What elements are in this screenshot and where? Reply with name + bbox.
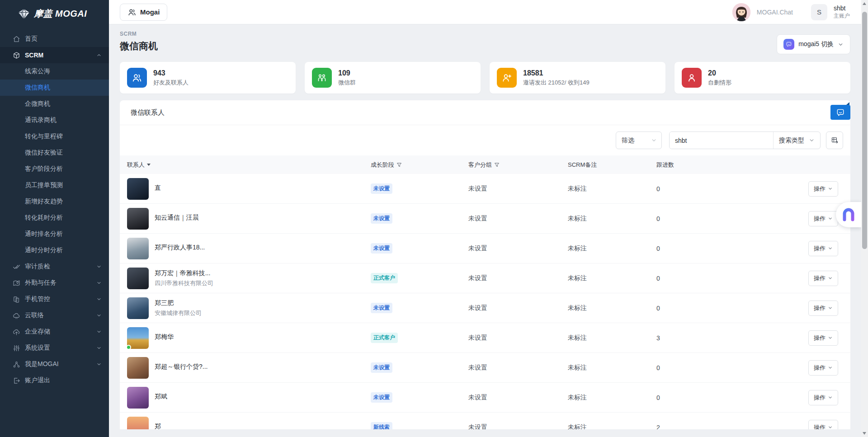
chevron-down-icon xyxy=(828,276,833,281)
contact-avatar xyxy=(127,387,149,409)
contact-avatar xyxy=(127,357,149,379)
scrollbar-thumb[interactable] xyxy=(862,12,867,249)
sidebar-item-call-hourly-analysis[interactable]: 通时分时分析 xyxy=(0,242,109,258)
contact-cell[interactable]: 郑超～银行个贷?... xyxy=(127,357,371,379)
search-input[interactable] xyxy=(670,132,773,149)
action-button[interactable]: 操作 xyxy=(808,390,838,405)
group-value: 未设置 xyxy=(468,423,568,430)
contact-cell[interactable]: 郑三肥 安徽城律有限公司 xyxy=(127,297,371,319)
remark-value: 未标注 xyxy=(568,394,656,402)
group-value: 未设置 xyxy=(468,185,568,193)
sidebar-item-scrm[interactable]: SCRM xyxy=(0,47,109,63)
contact-cell[interactable]: 郑斌 xyxy=(127,387,371,409)
sidebar-item-label: 新增好友趋势 xyxy=(25,197,102,206)
sidebar-item-wechat-opportunity[interactable]: 微信商机 xyxy=(0,80,109,96)
contact-cell[interactable]: 郑严行政人事18... xyxy=(127,238,371,259)
sidebar-item-audit-qc[interactable]: 审计质检 xyxy=(0,258,109,275)
sidebar-item-conversion-milestone[interactable]: 转化与里程碑 xyxy=(0,128,109,145)
stage-badge: 未设置 xyxy=(371,183,392,194)
chevron-down-icon xyxy=(828,365,833,370)
sidebar-item-order-collision-prediction[interactable]: 员工撞单预测 xyxy=(0,177,109,193)
mogai-app-icon xyxy=(783,39,794,50)
contact-avatar xyxy=(127,417,149,430)
contact-cell[interactable]: 知云通信｜汪晨 xyxy=(127,208,371,230)
table-row: 郑梅华 正式客户 未设置 未标注 3 操作 xyxy=(120,323,850,353)
contact-cell[interactable]: 郑 xyxy=(127,417,371,430)
chevron-down-icon xyxy=(96,296,102,302)
sidebar-item-label: 通时分时分析 xyxy=(25,246,102,254)
action-button[interactable]: 操作 xyxy=(808,271,838,286)
user-info[interactable]: shbt 主账户 xyxy=(834,5,850,19)
stat-card-friends: 943 好友及联系人 xyxy=(120,62,296,94)
sidebar-item-friend-verification[interactable]: 微信好友验证 xyxy=(0,145,109,161)
filter-select[interactable]: 筛选 xyxy=(616,132,662,149)
remark-value: 未标注 xyxy=(568,244,656,253)
stat-label: 微信群 xyxy=(338,79,356,87)
contact-avatar xyxy=(127,178,149,200)
sidebar-item-contacts-opportunity[interactable]: 通讯录商机 xyxy=(0,112,109,128)
action-button[interactable]: 操作 xyxy=(808,360,838,376)
action-button[interactable]: 操作 xyxy=(808,330,838,346)
contacts-card-title: 微信联系人 xyxy=(120,100,850,125)
cloud-upload-icon xyxy=(13,328,20,336)
double-check-icon xyxy=(13,263,20,271)
action-button[interactable]: 操作 xyxy=(808,301,838,316)
table-row: 郑 新线索 未设置 未标注 2 操作 xyxy=(120,413,850,429)
sidebar-item-label: 审计质检 xyxy=(25,263,92,271)
online-dot-icon xyxy=(126,345,131,350)
main-content: SCRM 微信商机 mogai5 切换 943 好友及联系人 xyxy=(109,24,868,437)
stat-label: 自删情形 xyxy=(708,79,731,87)
sidebar-item-label: 首页 xyxy=(25,35,102,43)
sidebar-item-logout[interactable]: 账户退出 xyxy=(0,372,109,389)
sidebar-item-lead-pool[interactable]: 线索公海 xyxy=(0,63,109,80)
scroll-up-arrow[interactable] xyxy=(863,2,866,5)
search-type-select[interactable]: 搜索类型 xyxy=(773,132,820,149)
stage-badge: 未设置 xyxy=(371,303,392,313)
org-badge[interactable]: S xyxy=(811,4,827,20)
sidebar-item-customer-stage-analysis[interactable]: 客户阶段分析 xyxy=(0,161,109,177)
action-button[interactable]: 操作 xyxy=(808,211,838,226)
contact-cell[interactable]: 直 xyxy=(127,178,371,200)
column-settings-button[interactable] xyxy=(826,132,843,149)
filter-funnel-icon[interactable] xyxy=(396,162,402,168)
user-icon xyxy=(682,68,702,88)
sidebar-item-new-friend-trend[interactable]: 新增好友趋势 xyxy=(0,193,109,210)
sidebar-item-call-ranking-analysis[interactable]: 通时排名分析 xyxy=(0,226,109,242)
contact-cell[interactable]: 郑万宏｜帝雅科技... 四川帝雅科技有限公司 xyxy=(127,268,371,289)
sidebar-item-conversion-time-analysis[interactable]: 转化耗时分析 xyxy=(0,210,109,226)
sidebar-item-system-settings[interactable]: 系统设置 xyxy=(0,340,109,356)
chat-button[interactable] xyxy=(830,105,850,120)
username: shbt xyxy=(834,5,850,13)
column-contact[interactable]: 联系人 xyxy=(127,161,371,169)
action-button[interactable]: 操作 xyxy=(808,241,838,256)
column-stage[interactable]: 成长阶段 xyxy=(371,161,468,169)
user-avatar[interactable] xyxy=(732,3,750,21)
chevron-down-icon xyxy=(96,345,102,351)
sidebar-item-cloud-contact[interactable]: 云联络 xyxy=(0,307,109,324)
scroll-down-arrow[interactable] xyxy=(863,432,866,435)
sidebar-item-enterprise-storage[interactable]: 企业存储 xyxy=(0,324,109,340)
contact-cell[interactable]: 郑梅华 xyxy=(127,327,371,349)
action-button-label: 操作 xyxy=(814,215,826,223)
table-row: 郑斌 未设置 未设置 未标注 0 操作 xyxy=(120,383,850,413)
sidebar-item-home[interactable]: 首页 xyxy=(0,31,109,47)
action-button[interactable]: 操作 xyxy=(808,181,838,197)
assistant-float-button[interactable] xyxy=(836,202,861,227)
assistant-logo-icon xyxy=(841,207,856,222)
filter-funnel-icon[interactable] xyxy=(494,162,500,168)
account-switch-button[interactable]: mogai5 切换 xyxy=(777,34,850,54)
sidebar-item-phone-control[interactable]: 手机管控 xyxy=(0,291,109,307)
action-button[interactable]: 操作 xyxy=(808,420,838,430)
mogai-button[interactable]: Mogai xyxy=(120,4,167,21)
sidebar-item-i-am-mogai[interactable]: 我是MOGAI xyxy=(0,356,109,372)
action-button-label: 操作 xyxy=(814,274,826,282)
sidebar-item-field-tasks[interactable]: 外勤与任务 xyxy=(0,275,109,291)
stat-card-self-deleted: 20 自删情形 xyxy=(675,62,850,94)
contact-name: 郑三肥 xyxy=(155,299,202,307)
sidebar-item-wecom-opportunity[interactable]: 企微商机 xyxy=(0,96,109,112)
vertical-scrollbar[interactable] xyxy=(861,0,868,437)
remark-value: 未标注 xyxy=(568,334,656,342)
follow-count: 0 xyxy=(656,245,760,252)
follow-count: 0 xyxy=(656,394,760,401)
column-group[interactable]: 客户分组 xyxy=(468,161,568,169)
